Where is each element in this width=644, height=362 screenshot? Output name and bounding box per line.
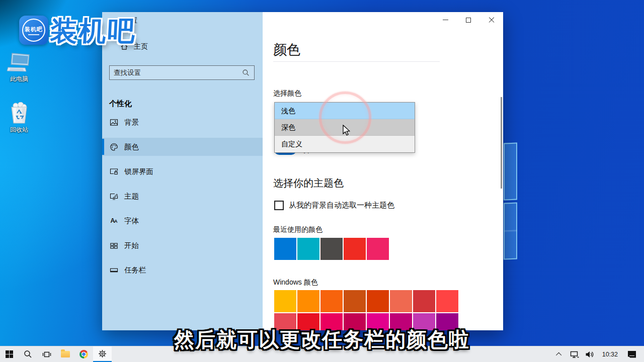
maximize-icon bbox=[466, 18, 471, 23]
brand-logo-ring: 装机吧 bbox=[22, 19, 45, 42]
chrome-button[interactable] bbox=[74, 346, 93, 362]
windows-colors-grid bbox=[274, 290, 458, 330]
search-icon[interactable] bbox=[242, 69, 250, 76]
file-explorer-icon bbox=[61, 351, 70, 357]
sidebar-item-fonts[interactable]: AA 字体 bbox=[102, 212, 263, 230]
sidebar-item-label: 任务栏 bbox=[124, 265, 146, 275]
taskbar: 10:32 bbox=[0, 346, 644, 362]
taskbar-search-button[interactable] bbox=[19, 346, 37, 362]
system-tray: 10:32 bbox=[553, 346, 644, 362]
settings-sidebar: 设置 主页 个性化 背景 bbox=[102, 12, 263, 330]
sidebar-section-title: 个性化 bbox=[109, 99, 132, 109]
sidebar-item-themes[interactable]: 主题 bbox=[102, 187, 263, 205]
this-pc-icon bbox=[6, 52, 32, 73]
vertical-scrollbar[interactable] bbox=[501, 97, 502, 189]
brand-logo-badge: 装机吧 bbox=[19, 16, 48, 45]
auto-pick-color-row[interactable]: 从我的背景自动选取一种主题色 bbox=[274, 201, 394, 210]
dropdown-option-light[interactable]: 浅色 bbox=[275, 103, 415, 119]
color-swatch[interactable] bbox=[344, 238, 366, 260]
color-swatch[interactable] bbox=[436, 290, 458, 312]
start-icon bbox=[6, 350, 14, 358]
sidebar-item-label: 主题 bbox=[124, 192, 139, 201]
minimize-button[interactable] bbox=[434, 12, 457, 28]
desktop-icon-label: 回收站 bbox=[3, 126, 36, 134]
sidebar-item-label: 颜色 bbox=[124, 142, 139, 152]
color-swatch[interactable] bbox=[274, 313, 296, 330]
theme-color-heading: 选择你的主题色 bbox=[273, 176, 344, 190]
color-swatch[interactable] bbox=[320, 290, 343, 312]
color-swatch[interactable] bbox=[436, 313, 458, 330]
desktop-icon-this-pc[interactable]: 此电脑 bbox=[3, 52, 36, 83]
auto-pick-label: 从我的背景自动选取一种主题色 bbox=[289, 201, 394, 210]
title-divider bbox=[273, 61, 440, 62]
choose-color-label: 选择颜色 bbox=[273, 89, 301, 98]
sidebar-item-taskbar[interactable]: 任务栏 bbox=[102, 261, 263, 279]
sidebar-item-label: 锁屏界面 bbox=[124, 167, 153, 176]
search-input[interactable] bbox=[110, 69, 242, 76]
action-center-icon bbox=[628, 351, 636, 358]
minimize-icon bbox=[443, 20, 448, 20]
wallpaper-pane bbox=[504, 203, 517, 260]
color-swatch[interactable] bbox=[390, 313, 412, 330]
volume-icon bbox=[585, 350, 594, 358]
color-swatch[interactable] bbox=[297, 290, 319, 312]
task-view-icon bbox=[42, 350, 51, 358]
action-center-button[interactable] bbox=[624, 351, 640, 358]
color-swatch[interactable] bbox=[367, 290, 389, 312]
search-icon bbox=[24, 350, 32, 358]
dropdown-option-dark[interactable]: 深色 bbox=[275, 119, 415, 136]
color-swatch[interactable] bbox=[274, 238, 296, 260]
sidebar-item-background[interactable]: 背景 bbox=[102, 113, 263, 131]
task-view-button[interactable] bbox=[37, 346, 56, 362]
color-swatch[interactable] bbox=[344, 290, 366, 312]
brand-watermark-text: 装机吧 bbox=[49, 13, 137, 50]
color-swatch[interactable] bbox=[297, 313, 319, 330]
auto-pick-checkbox[interactable] bbox=[274, 201, 284, 210]
windows-colors-label: Windows 颜色 bbox=[273, 278, 318, 287]
color-swatch[interactable] bbox=[413, 290, 435, 312]
close-button[interactable] bbox=[480, 12, 503, 28]
search-settings-box[interactable] bbox=[109, 65, 255, 80]
color-swatch[interactable] bbox=[344, 313, 366, 330]
settings-window: 设置 主页 个性化 背景 bbox=[102, 12, 503, 330]
tray-chevron-button[interactable] bbox=[553, 352, 566, 356]
window-caption-buttons bbox=[434, 12, 503, 28]
color-swatch[interactable] bbox=[320, 313, 343, 330]
settings-main-panel: 颜色 选择颜色 开 浅色 深色 自定义 选择你的主题色 从我的背景自动选取一种主… bbox=[263, 12, 503, 330]
sidebar-item-lockscreen[interactable]: 锁屏界面 bbox=[102, 162, 263, 180]
sidebar-item-start[interactable]: 开始 bbox=[102, 236, 263, 254]
color-swatch[interactable] bbox=[367, 238, 389, 260]
sidebar-item-label: 开始 bbox=[124, 241, 139, 250]
dropdown-option-custom[interactable]: 自定义 bbox=[275, 136, 415, 152]
color-swatch[interactable] bbox=[274, 290, 296, 312]
maximize-button[interactable] bbox=[457, 12, 480, 28]
color-swatch[interactable] bbox=[297, 238, 319, 260]
start-button[interactable] bbox=[0, 346, 19, 362]
taskbar-empty-space bbox=[112, 346, 553, 362]
taskbar-clock[interactable]: 10:32 bbox=[598, 351, 622, 358]
wallpaper-pane bbox=[504, 143, 517, 201]
chrome-icon bbox=[79, 350, 88, 358]
lockscreen-icon bbox=[109, 167, 118, 176]
start-layout-icon bbox=[109, 241, 118, 250]
settings-taskbar-button[interactable] bbox=[93, 346, 112, 362]
page-title: 颜色 bbox=[273, 41, 300, 59]
color-swatch[interactable] bbox=[390, 290, 412, 312]
volume-button[interactable] bbox=[583, 350, 596, 358]
brand-logo-text: 装机吧 bbox=[25, 26, 43, 33]
desktop-icon-label: 此电脑 bbox=[3, 75, 36, 83]
sidebar-item-label: 字体 bbox=[124, 216, 139, 226]
desktop-icon-recycle-bin[interactable]: 回收站 bbox=[3, 102, 36, 134]
recent-colors-label: 最近使用的颜色 bbox=[273, 225, 323, 234]
file-explorer-button[interactable] bbox=[56, 346, 74, 362]
theme-icon bbox=[109, 192, 118, 201]
color-swatch[interactable] bbox=[413, 313, 435, 330]
palette-icon bbox=[109, 143, 118, 151]
network-button[interactable] bbox=[568, 350, 581, 358]
sidebar-item-colors[interactable]: 颜色 bbox=[102, 138, 263, 156]
color-swatch[interactable] bbox=[320, 238, 343, 260]
color-swatch[interactable] bbox=[367, 313, 389, 330]
recent-colors-row bbox=[274, 238, 389, 260]
close-icon bbox=[489, 17, 495, 23]
settings-gear-icon bbox=[98, 349, 107, 358]
